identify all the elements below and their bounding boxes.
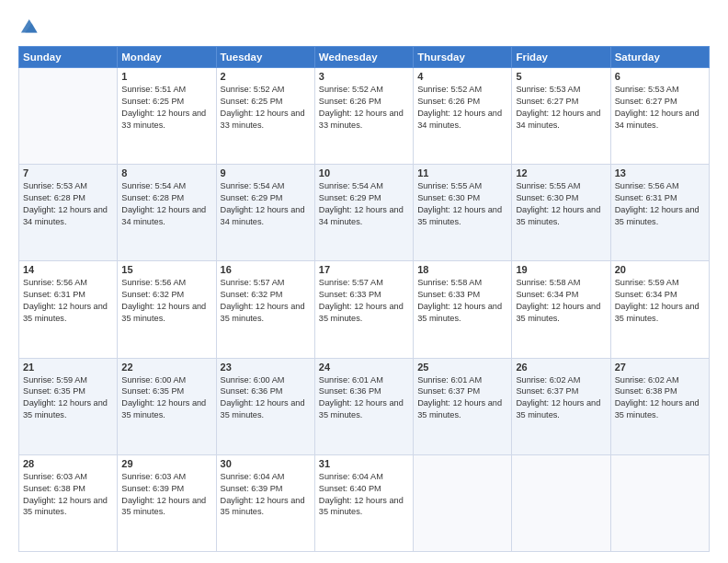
day-number: 27 (615, 362, 705, 373)
weekday-header-thursday: Thursday (414, 47, 512, 68)
day-number: 8 (121, 167, 211, 178)
calendar-cell: 2Sunrise: 5:52 AMSunset: 6:25 PMDaylight… (216, 68, 314, 165)
calendar-cell: 29Sunrise: 6:03 AMSunset: 6:39 PMDayligh… (118, 454, 216, 551)
day-number: 28 (23, 458, 113, 469)
day-number: 31 (319, 458, 409, 469)
day-number: 14 (23, 264, 113, 275)
day-number: 1 (121, 71, 211, 82)
calendar-cell: 3Sunrise: 5:52 AMSunset: 6:26 PMDaylight… (314, 68, 413, 165)
cell-info: Sunrise: 5:54 AMSunset: 6:29 PMDaylight:… (319, 180, 409, 228)
cell-info: Sunrise: 5:54 AMSunset: 6:29 PMDaylight:… (221, 180, 311, 228)
calendar-cell: 20Sunrise: 5:59 AMSunset: 6:34 PMDayligh… (610, 261, 709, 358)
calendar-cell: 10Sunrise: 5:54 AMSunset: 6:29 PMDayligh… (314, 165, 413, 261)
day-number: 9 (221, 167, 311, 178)
cell-info: Sunrise: 5:55 AMSunset: 6:30 PMDaylight:… (417, 180, 507, 228)
cell-info: Sunrise: 6:00 AMSunset: 6:36 PMDaylight:… (221, 374, 311, 422)
calendar-cell: 23Sunrise: 6:00 AMSunset: 6:36 PMDayligh… (216, 358, 314, 454)
cell-info: Sunrise: 5:53 AMSunset: 6:27 PMDaylight:… (615, 84, 705, 132)
calendar-cell: 24Sunrise: 6:01 AMSunset: 6:36 PMDayligh… (314, 358, 413, 454)
calendar-cell: 31Sunrise: 6:04 AMSunset: 6:40 PMDayligh… (314, 454, 413, 551)
calendar-cell: 28Sunrise: 6:03 AMSunset: 6:38 PMDayligh… (19, 454, 118, 551)
weekday-header-monday: Monday (118, 47, 216, 68)
day-number: 3 (319, 71, 409, 82)
calendar-cell: 11Sunrise: 5:55 AMSunset: 6:30 PMDayligh… (414, 165, 512, 261)
calendar-cell: 1Sunrise: 5:51 AMSunset: 6:25 PMDaylight… (118, 68, 216, 165)
week-row-4: 21Sunrise: 5:59 AMSunset: 6:35 PMDayligh… (19, 358, 710, 454)
cell-info: Sunrise: 6:01 AMSunset: 6:37 PMDaylight:… (417, 374, 507, 422)
cell-info: Sunrise: 6:02 AMSunset: 6:37 PMDaylight:… (516, 374, 606, 422)
cell-info: Sunrise: 5:56 AMSunset: 6:32 PMDaylight:… (121, 277, 211, 325)
calendar-cell: 9Sunrise: 5:54 AMSunset: 6:29 PMDaylight… (216, 165, 314, 261)
logo-icon (18, 17, 39, 37)
calendar-cell: 19Sunrise: 5:58 AMSunset: 6:34 PMDayligh… (512, 261, 610, 358)
day-number: 18 (417, 264, 507, 275)
calendar-cell: 8Sunrise: 5:54 AMSunset: 6:28 PMDaylight… (118, 165, 216, 261)
day-number: 17 (319, 264, 409, 275)
cell-info: Sunrise: 5:56 AMSunset: 6:31 PMDaylight:… (615, 180, 705, 228)
cell-info: Sunrise: 6:03 AMSunset: 6:38 PMDaylight:… (23, 471, 113, 519)
calendar-cell: 27Sunrise: 6:02 AMSunset: 6:38 PMDayligh… (610, 358, 709, 454)
cell-info: Sunrise: 5:52 AMSunset: 6:26 PMDaylight:… (319, 84, 409, 132)
cell-info: Sunrise: 5:58 AMSunset: 6:34 PMDaylight:… (516, 277, 606, 325)
day-number: 23 (221, 362, 311, 373)
weekday-header-tuesday: Tuesday (216, 47, 314, 68)
calendar-cell: 26Sunrise: 6:02 AMSunset: 6:37 PMDayligh… (512, 358, 610, 454)
calendar-cell: 22Sunrise: 6:00 AMSunset: 6:35 PMDayligh… (118, 358, 216, 454)
day-number: 2 (221, 71, 311, 82)
cell-info: Sunrise: 5:59 AMSunset: 6:34 PMDaylight:… (615, 277, 705, 325)
day-number: 5 (516, 71, 606, 82)
cell-info: Sunrise: 5:51 AMSunset: 6:25 PMDaylight:… (121, 84, 211, 132)
day-number: 7 (23, 167, 113, 178)
week-row-3: 14Sunrise: 5:56 AMSunset: 6:31 PMDayligh… (19, 261, 710, 358)
cell-info: Sunrise: 5:56 AMSunset: 6:31 PMDaylight:… (23, 277, 113, 325)
cell-info: Sunrise: 5:53 AMSunset: 6:28 PMDaylight:… (23, 180, 113, 228)
calendar-cell: 4Sunrise: 5:52 AMSunset: 6:26 PMDaylight… (414, 68, 512, 165)
cell-info: Sunrise: 5:57 AMSunset: 6:32 PMDaylight:… (221, 277, 311, 325)
day-number: 13 (615, 167, 705, 178)
day-number: 11 (417, 167, 507, 178)
week-row-1: 1Sunrise: 5:51 AMSunset: 6:25 PMDaylight… (19, 68, 710, 165)
cell-info: Sunrise: 5:58 AMSunset: 6:33 PMDaylight:… (417, 277, 507, 325)
calendar-cell: 13Sunrise: 5:56 AMSunset: 6:31 PMDayligh… (610, 165, 709, 261)
day-number: 21 (23, 362, 113, 373)
week-row-2: 7Sunrise: 5:53 AMSunset: 6:28 PMDaylight… (19, 165, 710, 261)
cell-info: Sunrise: 5:59 AMSunset: 6:35 PMDaylight:… (23, 374, 113, 422)
day-number: 12 (516, 167, 606, 178)
calendar-cell: 18Sunrise: 5:58 AMSunset: 6:33 PMDayligh… (414, 261, 512, 358)
cell-info: Sunrise: 6:02 AMSunset: 6:38 PMDaylight:… (615, 374, 705, 422)
calendar-cell: 21Sunrise: 5:59 AMSunset: 6:35 PMDayligh… (19, 358, 118, 454)
weekday-header-friday: Friday (512, 47, 610, 68)
calendar-cell: 17Sunrise: 5:57 AMSunset: 6:33 PMDayligh… (314, 261, 413, 358)
cell-info: Sunrise: 6:04 AMSunset: 6:40 PMDaylight:… (319, 471, 409, 519)
cell-info: Sunrise: 6:00 AMSunset: 6:35 PMDaylight:… (121, 374, 211, 422)
calendar-cell: 7Sunrise: 5:53 AMSunset: 6:28 PMDaylight… (19, 165, 118, 261)
cell-info: Sunrise: 5:52 AMSunset: 6:26 PMDaylight:… (417, 84, 507, 132)
day-number: 22 (121, 362, 211, 373)
cell-info: Sunrise: 5:53 AMSunset: 6:27 PMDaylight:… (516, 84, 606, 132)
weekday-header-sunday: Sunday (19, 47, 118, 68)
calendar-cell (19, 68, 118, 165)
weekday-header-wednesday: Wednesday (314, 47, 413, 68)
cell-info: Sunrise: 6:03 AMSunset: 6:39 PMDaylight:… (121, 471, 211, 519)
cell-info: Sunrise: 5:55 AMSunset: 6:30 PMDaylight:… (516, 180, 606, 228)
day-number: 30 (221, 458, 311, 469)
cell-info: Sunrise: 5:57 AMSunset: 6:33 PMDaylight:… (319, 277, 409, 325)
day-number: 20 (615, 264, 705, 275)
day-number: 19 (516, 264, 606, 275)
calendar-cell: 16Sunrise: 5:57 AMSunset: 6:32 PMDayligh… (216, 261, 314, 358)
calendar-cell (610, 454, 709, 551)
page-header (18, 17, 710, 37)
calendar-cell: 14Sunrise: 5:56 AMSunset: 6:31 PMDayligh… (19, 261, 118, 358)
day-number: 25 (417, 362, 507, 373)
day-number: 26 (516, 362, 606, 373)
calendar-cell: 25Sunrise: 6:01 AMSunset: 6:37 PMDayligh… (414, 358, 512, 454)
calendar-page: SundayMondayTuesdayWednesdayThursdayFrid… (0, 0, 728, 563)
cell-info: Sunrise: 6:01 AMSunset: 6:36 PMDaylight:… (319, 374, 409, 422)
day-number: 16 (221, 264, 311, 275)
cell-info: Sunrise: 5:52 AMSunset: 6:25 PMDaylight:… (221, 84, 311, 132)
day-number: 29 (121, 458, 211, 469)
calendar-cell: 6Sunrise: 5:53 AMSunset: 6:27 PMDaylight… (610, 68, 709, 165)
weekday-header-saturday: Saturday (610, 47, 709, 68)
calendar-cell: 30Sunrise: 6:04 AMSunset: 6:39 PMDayligh… (216, 454, 314, 551)
day-number: 24 (319, 362, 409, 373)
